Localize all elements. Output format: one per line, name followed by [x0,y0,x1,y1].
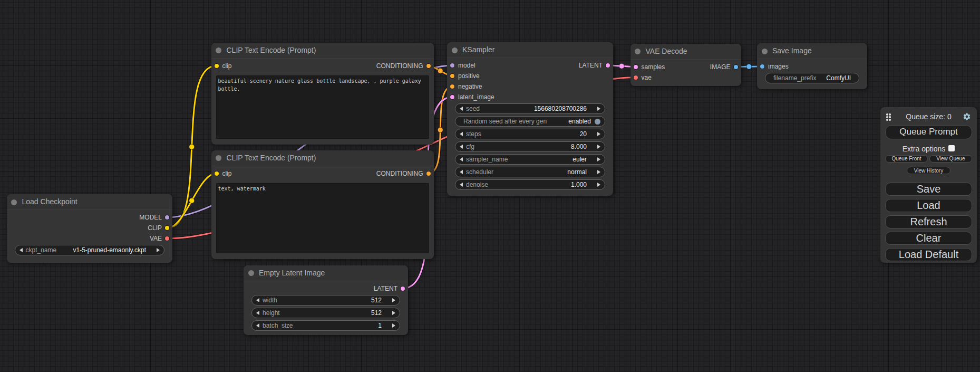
widget-steps[interactable]: steps20 [455,129,605,139]
widget-value: 512 [371,295,382,305]
input-port-positive[interactable] [450,74,454,78]
widget-scheduler[interactable]: schedulernormal [455,167,605,177]
node-title-bar[interactable]: Save Image [757,43,867,59]
input-port-clip[interactable] [215,64,219,68]
queue-size-label: Queue size: 0 [885,112,972,121]
widget-label: height [263,308,280,318]
node-ksampler[interactable]: KSamplermodelLATENTpositivenegativelaten… [447,42,613,196]
node-clip-text-encode-positive[interactable]: CLIP Text Encode (Prompt)clipCONDITIONIN… [211,43,434,145]
output-port-MODEL[interactable] [165,215,169,220]
widget-filename-prefix[interactable]: filename_prefixComfyUI [765,73,859,83]
refresh-button[interactable]: Refresh [885,215,972,228]
decrement-arrow-icon[interactable] [256,323,259,328]
increment-arrow-icon[interactable] [392,311,395,315]
node-empty-latent-image[interactable]: Empty Latent ImageLATENTwidth512height51… [244,265,408,335]
node-save-image[interactable]: Save Imageimagesfilename_prefixComfyUI [757,43,867,89]
node-collapse-dot[interactable] [452,47,458,53]
widget-random-seed-after-every-gen[interactable]: Random seed after every genenabled [455,116,605,127]
save-button[interactable]: Save [885,183,972,196]
output-port-CONDITIONING[interactable] [426,64,431,68]
node-collapse-dot[interactable] [762,49,768,54]
decrement-arrow-icon[interactable] [460,157,463,161]
input-port-clip[interactable] [215,171,219,176]
widget-width[interactable]: width512 [251,295,400,306]
increment-arrow-icon[interactable] [597,107,600,111]
queue-front-button[interactable]: Queue Front [885,155,928,163]
node-title-label: Empty Latent Image [259,265,325,281]
node-title-label: Load Checkpoint [22,194,77,209]
decrement-arrow-icon[interactable] [460,170,463,174]
node-collapse-dot[interactable] [11,199,17,205]
decrement-arrow-icon[interactable] [256,298,259,302]
node-collapse-dot[interactable] [216,155,221,161]
input-slot-label: clip [222,61,232,71]
link-midpoint-dot[interactable] [619,63,624,69]
decrement-arrow-icon[interactable] [460,107,463,111]
clear-button[interactable]: Clear [885,232,972,245]
input-port-vae[interactable] [634,75,638,80]
node-title-bar[interactable]: KSampler [447,42,613,58]
widget-denoise[interactable]: denoise1.000 [455,179,605,190]
link-midpoint-dot[interactable] [746,64,752,69]
increment-arrow-icon[interactable] [597,170,600,174]
increment-arrow-icon[interactable] [392,298,395,302]
input-port-images[interactable] [760,64,764,69]
link-midpoint-dot[interactable] [189,144,195,149]
view-history-button[interactable]: View History [907,167,950,174]
link-midpoint-dot[interactable] [438,68,443,73]
increment-arrow-icon[interactable] [597,183,600,187]
input-port-model[interactable] [450,63,454,68]
link-midpoint-dot[interactable] [189,198,195,203]
increment-arrow-icon[interactable] [392,323,395,328]
widget-batch-size[interactable]: batch_size1 [251,320,400,331]
load-default-button[interactable]: Load Default [885,248,972,261]
prompt-textarea[interactable]: text, watermark [216,183,430,253]
load-button[interactable]: Load [885,199,972,212]
gear-icon[interactable] [963,112,971,121]
view-queue-button[interactable]: View Queue [929,155,972,163]
widget-ckpt-name[interactable]: ckpt_namev1-5-pruned-emaonly.ckpt [15,245,165,255]
output-slot-label: CLIP [148,223,162,233]
widget-cfg[interactable]: cfg8.000 [455,141,605,152]
decrement-arrow-icon[interactable] [460,145,463,149]
decrement-arrow-icon[interactable] [460,132,463,136]
output-port-LATENT[interactable] [606,63,610,68]
input-port-negative[interactable] [450,84,454,89]
output-port-CLIP[interactable] [165,226,169,230]
node-collapse-dot[interactable] [248,270,254,276]
toggle-on-dot[interactable] [595,119,600,125]
increment-arrow-icon[interactable] [157,248,160,252]
decrement-arrow-icon[interactable] [256,311,259,315]
prompt-textarea[interactable]: beautiful scenery nature glass bottle la… [216,75,430,139]
input-port-latent_image[interactable] [450,95,454,99]
node-title-bar[interactable]: CLIP Text Encode (Prompt) [211,150,434,166]
node-collapse-dot[interactable] [216,47,221,53]
widget-value: 156680208700286 [534,104,587,113]
link-midpoint-dot[interactable] [438,127,443,132]
output-port-VAE[interactable] [165,236,169,241]
node-vae-decode[interactable]: VAE DecodesamplesIMAGEvae [630,44,741,86]
node-title-bar[interactable]: VAE Decode [630,44,741,60]
node-collapse-dot[interactable] [635,49,641,54]
input-port-samples[interactable] [634,65,638,69]
extra-options-label: Extra options [903,145,946,153]
decrement-arrow-icon[interactable] [460,183,463,187]
widget-height[interactable]: height512 [251,308,400,318]
output-port-LATENT[interactable] [401,287,405,291]
extra-options-checkbox[interactable] [948,145,955,151]
widget-seed[interactable]: seed156680208700286 [455,103,605,114]
node-title-bar[interactable]: CLIP Text Encode (Prompt) [211,43,434,59]
increment-arrow-icon[interactable] [597,157,600,161]
graph-canvas[interactable]: Load CheckpointMODELCLIPVAEckpt_namev1-5… [0,0,980,372]
decrement-arrow-icon[interactable] [20,248,23,252]
node-title-bar[interactable]: Load Checkpoint [7,194,173,210]
node-title-bar[interactable]: Empty Latent Image [244,265,408,281]
widget-sampler-name[interactable]: sampler_nameeuler [455,154,605,165]
output-port-CONDITIONING[interactable] [426,171,431,176]
increment-arrow-icon[interactable] [597,145,600,149]
queue-prompt-button[interactable]: Queue Prompt [885,125,972,139]
increment-arrow-icon[interactable] [597,132,600,136]
node-clip-text-encode-negative[interactable]: CLIP Text Encode (Prompt)clipCONDITIONIN… [211,150,434,259]
output-port-IMAGE[interactable] [734,65,738,69]
node-load-checkpoint[interactable]: Load CheckpointMODELCLIPVAEckpt_namev1-5… [7,194,173,263]
